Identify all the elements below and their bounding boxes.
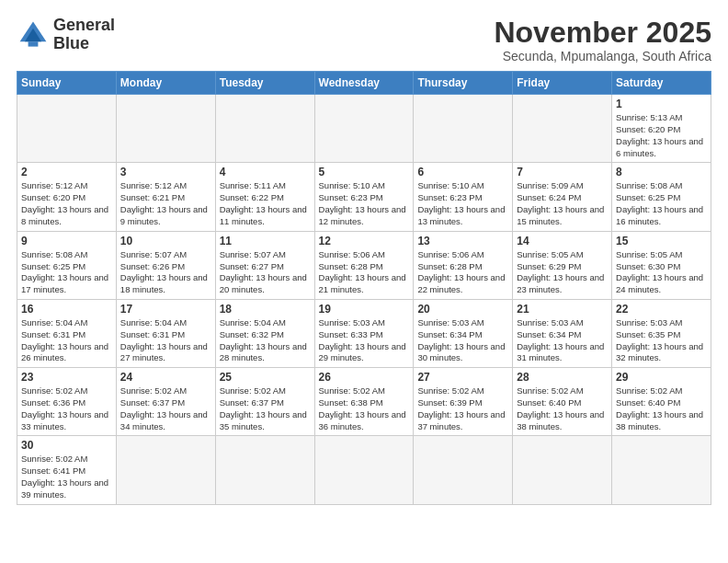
calendar-cell: 7Sunrise: 5:09 AM Sunset: 6:24 PM Daylig…	[513, 163, 612, 231]
day-number: 2	[21, 166, 112, 178]
day-number: 29	[616, 371, 707, 384]
day-info: Sunrise: 5:02 AM Sunset: 6:40 PM Dayligh…	[517, 385, 608, 432]
day-number: 1	[616, 98, 707, 110]
month-title: November 2025	[494, 17, 711, 49]
day-info: Sunrise: 5:06 AM Sunset: 6:28 PM Dayligh…	[417, 249, 508, 296]
day-info: Sunrise: 5:04 AM Sunset: 6:32 PM Dayligh…	[220, 317, 311, 364]
day-info: Sunrise: 5:10 AM Sunset: 6:23 PM Dayligh…	[417, 180, 508, 227]
day-number: 21	[517, 303, 608, 316]
calendar-cell	[513, 95, 612, 163]
calendar-cell: 6Sunrise: 5:10 AM Sunset: 6:23 PM Daylig…	[414, 163, 513, 231]
calendar-cell: 22Sunrise: 5:03 AM Sunset: 6:35 PM Dayli…	[612, 299, 711, 367]
calendar-cell: 15Sunrise: 5:05 AM Sunset: 6:30 PM Dayli…	[612, 231, 711, 299]
calendar-cell: 26Sunrise: 5:02 AM Sunset: 6:38 PM Dayli…	[314, 368, 414, 436]
calendar-week-row: 16Sunrise: 5:04 AM Sunset: 6:31 PM Dayli…	[17, 299, 711, 367]
calendar-cell: 3Sunrise: 5:12 AM Sunset: 6:21 PM Daylig…	[116, 163, 215, 231]
header-saturday: Saturday	[612, 72, 711, 95]
calendar-week-row: 23Sunrise: 5:02 AM Sunset: 6:36 PM Dayli…	[17, 368, 711, 436]
header-tuesday: Tuesday	[215, 72, 314, 95]
calendar-cell: 16Sunrise: 5:04 AM Sunset: 6:31 PM Dayli…	[17, 299, 117, 367]
calendar-cell: 9Sunrise: 5:08 AM Sunset: 6:25 PM Daylig…	[17, 231, 117, 299]
day-info: Sunrise: 5:03 AM Sunset: 6:34 PM Dayligh…	[517, 317, 608, 364]
logo: General Blue	[17, 17, 115, 53]
calendar-cell: 10Sunrise: 5:07 AM Sunset: 6:26 PM Dayli…	[116, 231, 215, 299]
day-info: Sunrise: 5:03 AM Sunset: 6:35 PM Dayligh…	[616, 317, 707, 364]
calendar-cell: 21Sunrise: 5:03 AM Sunset: 6:34 PM Dayli…	[513, 299, 612, 367]
calendar-cell: 14Sunrise: 5:05 AM Sunset: 6:29 PM Dayli…	[513, 231, 612, 299]
svg-rect-2	[28, 41, 39, 46]
day-number: 18	[220, 303, 311, 316]
calendar-cell: 1Sunrise: 5:13 AM Sunset: 6:20 PM Daylig…	[612, 95, 711, 163]
header-wednesday: Wednesday	[314, 72, 414, 95]
day-number: 13	[417, 235, 508, 247]
calendar-cell	[414, 436, 513, 504]
day-number: 10	[120, 235, 211, 247]
day-number: 9	[21, 235, 112, 247]
calendar-cell: 18Sunrise: 5:04 AM Sunset: 6:32 PM Dayli…	[215, 299, 314, 367]
calendar-cell: 20Sunrise: 5:03 AM Sunset: 6:34 PM Dayli…	[414, 299, 513, 367]
header-thursday: Thursday	[414, 72, 513, 95]
day-number: 26	[319, 371, 410, 384]
day-number: 15	[616, 235, 707, 247]
calendar-cell: 30Sunrise: 5:02 AM Sunset: 6:41 PM Dayli…	[17, 436, 117, 504]
day-info: Sunrise: 5:04 AM Sunset: 6:31 PM Dayligh…	[21, 317, 112, 364]
day-number: 11	[220, 235, 311, 247]
header-monday: Monday	[116, 72, 215, 95]
day-number: 24	[120, 371, 211, 384]
calendar-cell: 29Sunrise: 5:02 AM Sunset: 6:40 PM Dayli…	[612, 368, 711, 436]
day-info: Sunrise: 5:02 AM Sunset: 6:40 PM Dayligh…	[616, 385, 707, 432]
calendar-cell	[215, 436, 314, 504]
day-info: Sunrise: 5:13 AM Sunset: 6:20 PM Dayligh…	[616, 112, 707, 159]
calendar-cell: 2Sunrise: 5:12 AM Sunset: 6:20 PM Daylig…	[17, 163, 117, 231]
day-number: 6	[417, 166, 508, 178]
day-info: Sunrise: 5:11 AM Sunset: 6:22 PM Dayligh…	[220, 180, 311, 227]
header-friday: Friday	[513, 72, 612, 95]
logo-line2: Blue	[53, 34, 89, 52]
calendar-table: Sunday Monday Tuesday Wednesday Thursday…	[17, 71, 711, 505]
day-number: 4	[220, 166, 311, 178]
calendar-cell: 5Sunrise: 5:10 AM Sunset: 6:23 PM Daylig…	[314, 163, 414, 231]
calendar-cell: 28Sunrise: 5:02 AM Sunset: 6:40 PM Dayli…	[513, 368, 612, 436]
day-info: Sunrise: 5:03 AM Sunset: 6:34 PM Dayligh…	[417, 317, 508, 364]
calendar-cell	[116, 95, 215, 163]
calendar-page: General Blue November 2025 Secunda, Mpum…	[0, 0, 728, 563]
logo-text: General Blue	[53, 17, 115, 53]
calendar-week-row: 9Sunrise: 5:08 AM Sunset: 6:25 PM Daylig…	[17, 231, 711, 299]
day-info: Sunrise: 5:05 AM Sunset: 6:29 PM Dayligh…	[517, 249, 608, 296]
day-number: 22	[616, 303, 707, 316]
calendar-cell: 25Sunrise: 5:02 AM Sunset: 6:37 PM Dayli…	[215, 368, 314, 436]
calendar-cell: 23Sunrise: 5:02 AM Sunset: 6:36 PM Dayli…	[17, 368, 117, 436]
day-info: Sunrise: 5:02 AM Sunset: 6:41 PM Dayligh…	[21, 454, 112, 500]
day-info: Sunrise: 5:09 AM Sunset: 6:24 PM Dayligh…	[517, 180, 608, 227]
calendar-cell: 4Sunrise: 5:11 AM Sunset: 6:22 PM Daylig…	[215, 163, 314, 231]
day-number: 12	[319, 235, 410, 247]
calendar-cell	[612, 436, 711, 504]
calendar-week-row: 30Sunrise: 5:02 AM Sunset: 6:41 PM Dayli…	[17, 436, 711, 504]
location-subtitle: Secunda, Mpumalanga, South Africa	[494, 49, 711, 63]
calendar-cell: 19Sunrise: 5:03 AM Sunset: 6:33 PM Dayli…	[314, 299, 414, 367]
calendar-cell	[314, 436, 414, 504]
logo-icon	[17, 18, 50, 52]
day-info: Sunrise: 5:05 AM Sunset: 6:30 PM Dayligh…	[616, 249, 707, 296]
header: General Blue November 2025 Secunda, Mpum…	[17, 17, 711, 63]
day-number: 19	[319, 303, 410, 316]
day-info: Sunrise: 5:04 AM Sunset: 6:31 PM Dayligh…	[120, 317, 211, 364]
calendar-cell: 17Sunrise: 5:04 AM Sunset: 6:31 PM Dayli…	[116, 299, 215, 367]
calendar-cell: 11Sunrise: 5:07 AM Sunset: 6:27 PM Dayli…	[215, 231, 314, 299]
title-area: November 2025 Secunda, Mpumalanga, South…	[494, 17, 711, 63]
day-number: 7	[517, 166, 608, 178]
calendar-cell	[17, 95, 117, 163]
day-number: 5	[319, 166, 410, 178]
day-info: Sunrise: 5:08 AM Sunset: 6:25 PM Dayligh…	[616, 180, 707, 227]
day-info: Sunrise: 5:08 AM Sunset: 6:25 PM Dayligh…	[21, 249, 112, 296]
day-number: 28	[517, 371, 608, 384]
calendar-cell: 24Sunrise: 5:02 AM Sunset: 6:37 PM Dayli…	[116, 368, 215, 436]
weekday-header-row: Sunday Monday Tuesday Wednesday Thursday…	[17, 72, 711, 95]
calendar-body: 1Sunrise: 5:13 AM Sunset: 6:20 PM Daylig…	[17, 95, 711, 505]
day-info: Sunrise: 5:06 AM Sunset: 6:28 PM Dayligh…	[319, 249, 410, 296]
day-info: Sunrise: 5:02 AM Sunset: 6:38 PM Dayligh…	[319, 385, 410, 432]
logo-line1: General	[53, 16, 115, 34]
day-number: 20	[417, 303, 508, 316]
calendar-cell: 8Sunrise: 5:08 AM Sunset: 6:25 PM Daylig…	[612, 163, 711, 231]
day-info: Sunrise: 5:03 AM Sunset: 6:33 PM Dayligh…	[319, 317, 410, 364]
